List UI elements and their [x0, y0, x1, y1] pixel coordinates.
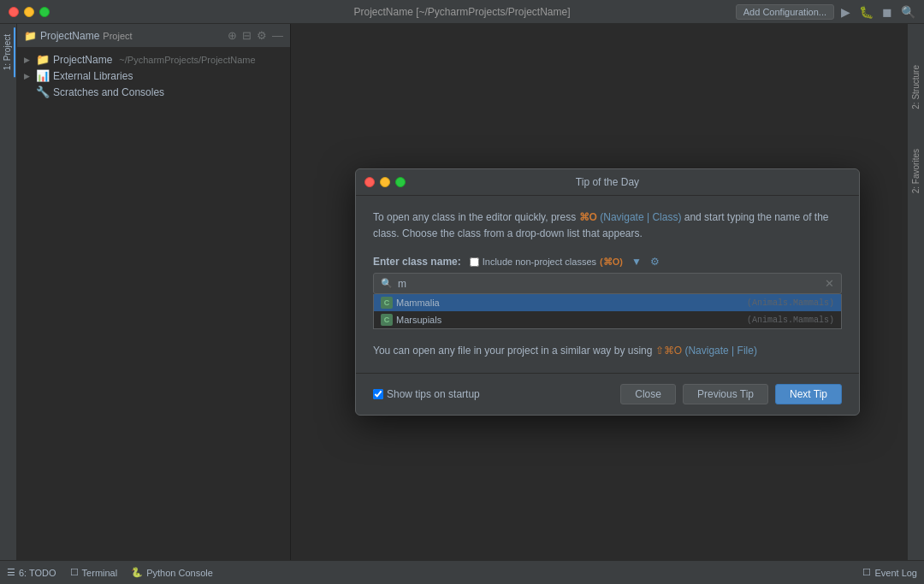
- settings-icon[interactable]: ⚙: [257, 29, 267, 42]
- dropdown-item-mammalia[interactable]: C Mammalia (Animals.Mammals): [374, 294, 841, 311]
- filter-icon[interactable]: ▼: [631, 256, 642, 268]
- search-input-value[interactable]: m: [398, 278, 820, 290]
- title-bar: ProjectName [~/PycharmProjects/ProjectNa…: [0, 0, 924, 24]
- status-event-log[interactable]: ☐ Event Log: [862, 567, 917, 578]
- dropdown-item-marsupials[interactable]: C Marsupials (Animals.Mammals): [374, 311, 841, 328]
- dialog-actions: Show tips on startup Close Previous Tip …: [356, 373, 859, 415]
- shortcut2: ⇧⌘O: [655, 345, 685, 357]
- python-console-icon: 🐍: [131, 567, 143, 578]
- right-sidebar-tabs: 2: Structure 2: Favorites: [907, 24, 924, 560]
- panel-header: 📁 ProjectName Project ⊕ ⊟ ⚙ —: [17, 24, 290, 48]
- dialog-min-button[interactable]: [380, 177, 390, 187]
- show-tips-checkbox[interactable]: Show tips on startup: [373, 388, 480, 400]
- project-path: ~/PycharmProjects/ProjectName: [119, 55, 255, 65]
- title-bar-right: Add Configuration... ▶ 🐛 ◼ 🔍: [736, 3, 917, 21]
- dialog-description-1: To open any class in the editor quickly,…: [373, 209, 842, 242]
- main-layout: 1: Project 📁 ProjectName Project ⊕ ⊟ ⚙ —…: [0, 24, 924, 560]
- tree-item-scratches[interactable]: ▶ 🔧 Scratches and Consoles: [17, 84, 290, 100]
- project-panel: 📁 ProjectName Project ⊕ ⊟ ⚙ — ▶ 📁 Projec…: [17, 24, 291, 560]
- settings-filter-icon[interactable]: ⚙: [650, 256, 660, 268]
- add-configuration-button[interactable]: Add Configuration...: [736, 4, 834, 20]
- class-name-label: Enter class name:: [373, 256, 461, 268]
- sidebar-item-favorites[interactable]: 2: Favorites: [909, 142, 922, 200]
- window-controls: [9, 7, 50, 17]
- project-panel-title: ProjectName: [40, 30, 99, 42]
- desc2-text: You can open any file in your project in…: [373, 345, 652, 357]
- show-tips-checkbox-input[interactable]: [373, 389, 383, 399]
- mammalia-left: C Mammalia: [381, 297, 440, 309]
- maximize-button[interactable]: [39, 7, 50, 17]
- dialog-max-button[interactable]: [395, 177, 406, 187]
- sidebar-item-project[interactable]: 1: Project: [1, 27, 15, 77]
- marsupials-class-icon: C: [381, 314, 393, 326]
- class-name-header: Enter class name: Include non-project cl…: [373, 256, 842, 268]
- folder-icon: 📁: [24, 30, 37, 42]
- shortcut1: ⌘O: [579, 211, 597, 223]
- expand-arrow-project: ▶: [24, 56, 33, 64]
- include-shortcut: (⌘O): [600, 257, 623, 268]
- dialog-title-text: Tip of the Day: [576, 176, 639, 188]
- dialog-close-button[interactable]: [364, 177, 375, 187]
- event-log-label: Event Log: [874, 568, 917, 578]
- status-bar-right: ☐ Event Log: [862, 567, 917, 578]
- project-folder-icon: 📁: [36, 53, 50, 66]
- collapse-icon[interactable]: ⊟: [242, 29, 252, 42]
- external-libraries-label: External Libraries: [53, 70, 133, 82]
- status-todo[interactable]: ☰ 6: TODO: [7, 567, 56, 578]
- dialog-window-controls: [364, 177, 406, 187]
- content-area: Tip of the Day To open any class in the …: [291, 24, 924, 560]
- dialog-footer-text: You can open any file in your project in…: [373, 343, 842, 359]
- left-sidebar-tabs: 1: Project: [0, 24, 17, 560]
- run-icon[interactable]: ▶: [839, 3, 852, 21]
- marsupials-path: (Animals.Mammals): [747, 316, 834, 325]
- scratches-label: Scratches and Consoles: [53, 86, 164, 98]
- close-button[interactable]: [9, 7, 19, 17]
- scratches-icon: 🔧: [36, 86, 50, 98]
- status-terminal[interactable]: ☐ Terminal: [70, 567, 118, 578]
- terminal-label: Terminal: [82, 568, 118, 578]
- project-tree: ▶ 📁 ProjectName ~/PycharmProjects/Projec…: [17, 48, 290, 560]
- sidebar-item-structure[interactable]: 2: Structure: [909, 58, 922, 116]
- show-tips-label: Show tips on startup: [387, 388, 480, 400]
- include-label: Include non-project classes: [483, 257, 596, 267]
- nav2: (Navigate | File): [684, 345, 756, 357]
- hide-icon[interactable]: —: [272, 29, 283, 42]
- todo-icon: ☰: [7, 567, 15, 578]
- window-title: ProjectName [~/PycharmProjects/ProjectNa…: [353, 6, 570, 18]
- panel-title: 📁 ProjectName Project: [24, 30, 133, 42]
- debug-icon[interactable]: 🐛: [857, 3, 875, 21]
- expand-arrow-extlibs: ▶: [24, 72, 33, 80]
- nav1: (Navigate | Class): [600, 211, 681, 223]
- search-icon[interactable]: 🔍: [899, 3, 917, 21]
- previous-tip-button[interactable]: Previous Tip: [683, 384, 768, 404]
- next-tip-button[interactable]: Next Tip: [775, 384, 842, 404]
- dialog-body: To open any class in the editor quickly,…: [356, 196, 859, 374]
- expand-arrow-scratches: ▶: [24, 88, 33, 97]
- status-python-console[interactable]: 🐍 Python Console: [131, 567, 213, 578]
- search-magnifier-icon: 🔍: [381, 278, 393, 289]
- mammalia-class-icon: C: [381, 297, 393, 309]
- include-checkbox-input[interactable]: [470, 257, 479, 267]
- status-bar: ☰ 6: TODO ☐ Terminal 🐍 Python Console ☐ …: [0, 560, 924, 584]
- tip-of-the-day-dialog: Tip of the Day To open any class in the …: [355, 168, 860, 416]
- stop-icon[interactable]: ◼: [880, 3, 894, 21]
- marsupials-name: Marsupials: [396, 315, 441, 325]
- search-clear-icon[interactable]: ✕: [825, 277, 834, 290]
- mammalia-path: (Animals.Mammals): [747, 298, 834, 308]
- sync-icon[interactable]: ⊕: [228, 29, 237, 42]
- close-button[interactable]: Close: [620, 384, 676, 404]
- marsupials-left: C Marsupials: [381, 314, 441, 326]
- minimize-button[interactable]: [24, 7, 34, 17]
- todo-label: 6: TODO: [19, 568, 56, 578]
- class-name-section: Enter class name: Include non-project cl…: [373, 256, 842, 329]
- search-box[interactable]: 🔍 m ✕: [373, 273, 842, 294]
- project-name-label: ProjectName: [53, 54, 112, 66]
- terminal-icon: ☐: [70, 567, 79, 578]
- panel-tools: ⊕ ⊟ ⚙ —: [228, 29, 283, 42]
- include-checkbox[interactable]: Include non-project classes (⌘O): [470, 257, 623, 268]
- python-console-label: Python Console: [146, 568, 213, 578]
- tree-item-projectname[interactable]: ▶ 📁 ProjectName ~/PycharmProjects/Projec…: [17, 51, 290, 68]
- dialog-overlay: Tip of the Day To open any class in the …: [291, 24, 924, 560]
- project-dropdown-label[interactable]: Project: [103, 31, 132, 41]
- tree-item-external-libraries[interactable]: ▶ 📊 External Libraries: [17, 68, 290, 84]
